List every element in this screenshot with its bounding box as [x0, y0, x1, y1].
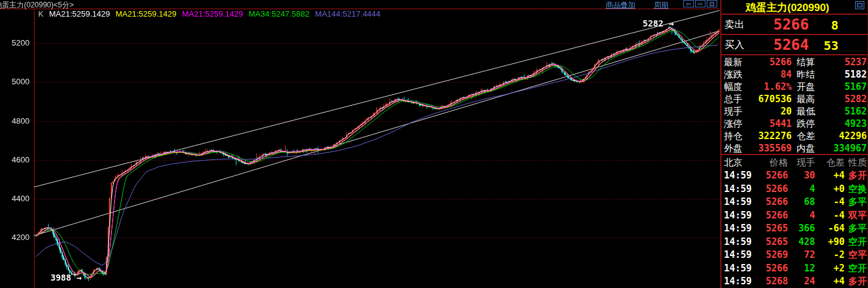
stat-value: 670536: [750, 94, 792, 105]
stat-row: 最新5266结算5237: [721, 55, 867, 68]
tape-volume: 68: [790, 196, 815, 207]
price-chart-canvas[interactable]: [0, 0, 720, 288]
tape-header-cell: 性质: [848, 157, 868, 169]
tape-nature: 多平: [848, 196, 868, 208]
stat-value: 5266: [750, 57, 792, 68]
stat-row: 涨停5441跌停4923: [721, 117, 867, 129]
tape-nature: 空换: [848, 183, 868, 195]
tape-volume: 4: [790, 183, 815, 194]
stat-value: 5162: [819, 106, 867, 117]
ask-label: 卖出: [725, 18, 744, 31]
tape-row: 14:595265366-64多平: [721, 222, 867, 235]
tape-volume: 366: [790, 223, 815, 234]
tape-price: 5266: [753, 263, 788, 274]
tape-time: 14:59: [724, 249, 752, 260]
stat-label: 幅度: [724, 81, 742, 93]
stat-row: 现手20最低5162: [721, 105, 867, 117]
chart-nav-icons: ⇦⇨⊟: [683, 0, 717, 8]
tape-volume: 428: [790, 236, 815, 247]
y-axis-tick: 5000: [1, 77, 30, 86]
tape-price: 5266: [753, 183, 788, 194]
tape-row: 14:5952664-4双平: [721, 209, 867, 222]
tape-header-cell: 北京: [724, 157, 752, 169]
tape-time: 14:59: [724, 196, 752, 207]
stat-value: 5182: [819, 69, 867, 80]
stat-row: 总手670536最高5282: [721, 92, 867, 105]
tape-nature: 多开: [848, 170, 868, 182]
trading-terminal: 鸡蛋主力(020990)<5分> 商品叠加 周期 ⇦⇨⊟ KMA21:5259.…: [0, 0, 868, 288]
stat-label: 现手: [724, 106, 742, 118]
tape-oi-change: +0: [816, 183, 845, 194]
tape-nature: 双平: [848, 210, 868, 222]
tape-nature: 空开: [848, 263, 868, 274]
stat-value: 335569: [750, 143, 792, 154]
tape-oi-change: +4: [816, 276, 845, 287]
tape-rows[interactable]: 14:59526630+4多开14:5952664+0空换14:59526668…: [721, 169, 867, 288]
y-axis-tick: 4200: [1, 233, 30, 242]
legend-item: MA21:5259.1429: [182, 9, 243, 18]
period-button[interactable]: 周期: [654, 0, 669, 10]
tape-volume: 12: [790, 263, 815, 274]
tape-time: 14:59: [724, 263, 752, 274]
y-axis-tick: 4400: [1, 194, 30, 203]
quote-panel: 鸡蛋主力(020990) 卖出 5266 8 买入 5264 53 最新5266…: [720, 0, 868, 288]
tape-header: 北京价格现手仓差性质: [721, 155, 867, 169]
stat-label: 最高: [797, 94, 815, 105]
tape-price: 5265: [753, 236, 788, 247]
stat-row: 持仓322276仓差42296: [721, 129, 867, 142]
tape-nature: 空平: [848, 249, 868, 261]
tape-volume: 24: [790, 276, 815, 287]
tape-price: 5269: [753, 249, 788, 260]
stat-label: 外盘: [724, 143, 742, 154]
stat-label: 最新: [724, 57, 742, 68]
bid-qty: 53: [802, 38, 838, 53]
tape-row: 14:59526668-4多平: [721, 195, 867, 209]
stat-label: 总手: [724, 94, 742, 105]
left-arrow-icon[interactable]: ⇦: [683, 0, 694, 7]
stat-value: 42296: [819, 130, 867, 142]
tape-price: 5268: [753, 276, 788, 287]
stat-label: 内盘: [797, 143, 815, 154]
ma-legend: KMA21:5259.1429MA21:5259.1429MA21:5259.1…: [38, 9, 386, 18]
tape-oi-change: +4: [816, 170, 845, 181]
tape-volume: 30: [790, 170, 815, 181]
stat-row: 幅度1.62%开盘5167: [721, 80, 867, 92]
legend-item: MA144:5217.4444: [315, 9, 380, 18]
tape-time: 14:59: [724, 223, 752, 234]
tape-price: 5266: [753, 196, 788, 207]
legend-item: MA34:5247.5882: [249, 9, 310, 18]
right-arrow-icon[interactable]: ⇨: [695, 0, 705, 7]
tape-time: 14:59: [724, 210, 752, 221]
tape-time: 14:59: [724, 236, 752, 247]
tape-price: 5266: [753, 170, 788, 181]
tape-nature: 多平: [848, 223, 868, 234]
chart-title: 鸡蛋主力(020990)<5分>: [0, 0, 74, 10]
stat-value: 5237: [819, 57, 867, 68]
quote-panel-title-row: 鸡蛋主力(020990): [721, 0, 867, 14]
restore-window-icon[interactable]: [855, 1, 864, 9]
ask-row[interactable]: 卖出 5266 8: [721, 15, 867, 34]
tape-price: 5265: [753, 223, 788, 234]
tape-time: 14:59: [724, 170, 752, 181]
tape-price: 5266: [753, 210, 788, 221]
tape-header-cell: 现手: [790, 157, 815, 169]
overlay-commodity-button[interactable]: 商品叠加: [606, 0, 635, 10]
stat-label: 仓差: [797, 130, 815, 142]
tape-oi-change: -2: [816, 249, 845, 260]
stat-label: 涨跌: [724, 69, 742, 81]
tape-time: 14:59: [724, 276, 752, 287]
tape-row: 14:59526630+4多开: [721, 169, 867, 182]
tape-oi-change: -64: [816, 223, 845, 234]
legend-item: K: [38, 9, 44, 18]
tape-row: 14:5952664+0空换: [721, 182, 867, 196]
tile-windows-icon[interactable]: ⊟: [707, 0, 717, 7]
legend-item: MA21:5259.1429: [49, 9, 110, 18]
legend-item: MA21:5259.1429: [116, 9, 177, 18]
tape-oi-change: +2: [816, 263, 845, 274]
ask-qty: 8: [802, 18, 838, 33]
bid-row[interactable]: 买入 5264 53: [721, 35, 867, 54]
quote-panel-title: 鸡蛋主力(020990): [721, 1, 853, 15]
y-axis-tick: 5200: [1, 38, 30, 47]
tape-header-cell: 仓差: [816, 157, 845, 169]
chart-region: 鸡蛋主力(020990)<5分> 商品叠加 周期 ⇦⇨⊟ KMA21:5259.…: [0, 0, 720, 288]
